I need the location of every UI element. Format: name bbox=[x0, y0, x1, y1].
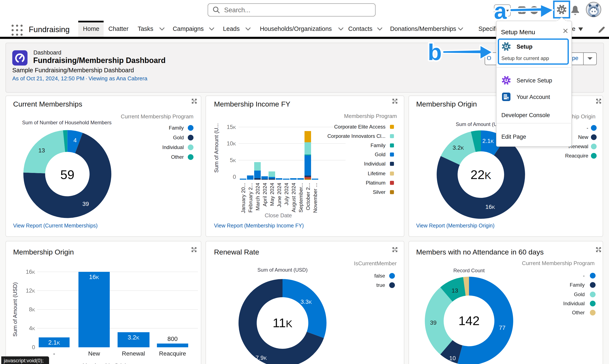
svg-text:January 20...: January 20... bbox=[240, 183, 246, 213]
svg-text:Reacquire: Reacquire bbox=[159, 350, 186, 357]
svg-text:0: 0 bbox=[32, 344, 35, 350]
svg-text:New: New bbox=[88, 350, 100, 357]
svg-text:Lifetime: Lifetime bbox=[368, 170, 385, 176]
svg-text:Current Membership Program: Current Membership Program bbox=[522, 260, 595, 266]
svg-text:4K: 4K bbox=[29, 325, 35, 331]
svg-text:April 2024: April 2024 bbox=[262, 183, 268, 206]
svg-text:-: - bbox=[53, 350, 55, 357]
svg-text:a: a bbox=[494, 0, 507, 24]
svg-text:Individual: Individual bbox=[563, 300, 585, 306]
svg-text:Individual: Individual bbox=[364, 161, 385, 166]
svg-text:Gold: Gold bbox=[375, 151, 385, 157]
svg-text:September...: September... bbox=[298, 183, 304, 212]
svg-text:Current Memberships: Current Memberships bbox=[13, 100, 82, 108]
svg-text:-: - bbox=[583, 273, 585, 278]
svg-text:b: b bbox=[428, 39, 442, 65]
svg-text:-: - bbox=[587, 125, 588, 130]
svg-text:8K: 8K bbox=[29, 306, 35, 312]
svg-text:Record Count: Record Count bbox=[453, 267, 485, 273]
svg-text:4: 4 bbox=[73, 137, 77, 143]
svg-text:Family: Family bbox=[570, 282, 585, 287]
svg-text:16K: 16K bbox=[485, 203, 495, 210]
svg-text:11K: 11K bbox=[273, 316, 292, 330]
svg-text:true: true bbox=[376, 282, 385, 288]
svg-text:2.1K: 2.1K bbox=[482, 137, 494, 144]
svg-text:Gold: Gold bbox=[173, 134, 184, 140]
svg-text:March 2024: March 2024 bbox=[255, 183, 261, 210]
svg-text:22K: 22K bbox=[471, 168, 491, 182]
svg-text:July 2024: July 2024 bbox=[284, 183, 289, 205]
svg-text:142: 142 bbox=[458, 313, 480, 328]
svg-text:Membership Origin: Membership Origin bbox=[416, 100, 477, 108]
svg-text:800: 800 bbox=[167, 335, 177, 342]
svg-text:39: 39 bbox=[430, 319, 437, 326]
svg-text:Family: Family bbox=[371, 142, 385, 148]
svg-text:3.3K: 3.3K bbox=[301, 298, 312, 305]
svg-text:Sum of Number of Household Mem: Sum of Number of Household Members bbox=[22, 119, 111, 125]
svg-text:Membership Origin: Membership Origin bbox=[13, 248, 74, 256]
svg-text:February 2...: February 2... bbox=[248, 183, 253, 212]
svg-text:October 2...: October 2... bbox=[305, 183, 311, 210]
svg-text:June 2024: June 2024 bbox=[276, 183, 282, 207]
svg-text:August 2024: August 2024 bbox=[291, 183, 296, 212]
svg-text:New: New bbox=[578, 134, 588, 140]
svg-text:Renewal: Renewal bbox=[122, 350, 145, 357]
svg-text:May 2024: May 2024 bbox=[269, 183, 275, 206]
svg-text:Members with no Attendance in: Members with no Attendance in 60 days bbox=[416, 248, 544, 256]
svg-text:Corporate Innovators Cl...: Corporate Innovators Cl... bbox=[327, 133, 385, 139]
svg-text:13: 13 bbox=[451, 287, 458, 294]
svg-text:77: 77 bbox=[499, 324, 505, 331]
svg-text:Membership Origin: Membership Origin bbox=[82, 362, 129, 364]
svg-text:Platinum: Platinum bbox=[366, 180, 385, 185]
svg-text:59: 59 bbox=[60, 168, 74, 182]
svg-text:3.2K: 3.2K bbox=[452, 144, 464, 151]
svg-text:10K: 10K bbox=[227, 140, 236, 146]
svg-text:Sum of Amount (U...: Sum of Amount (U... bbox=[213, 123, 220, 172]
svg-text:View Report (Current Membershi: View Report (Current Memberships) bbox=[13, 222, 97, 228]
svg-text:Sum of Amount (USD): Sum of Amount (USD) bbox=[257, 267, 307, 273]
svg-text:16K: 16K bbox=[26, 268, 35, 275]
svg-text:15K: 15K bbox=[227, 124, 236, 130]
svg-text:Close Date: Close Date bbox=[265, 212, 292, 218]
svg-text:Corporate Elite Access: Corporate Elite Access bbox=[334, 124, 385, 129]
svg-text:Membership Program: Membership Program bbox=[344, 113, 397, 119]
svg-text:7.9K: 7.9K bbox=[255, 354, 267, 361]
svg-text:Sum of Amount (USD): Sum of Amount (USD) bbox=[12, 282, 18, 336]
svg-text:12K: 12K bbox=[26, 287, 35, 294]
svg-text:Other: Other bbox=[572, 310, 585, 315]
svg-text:13: 13 bbox=[38, 147, 45, 154]
svg-text:0: 0 bbox=[233, 174, 236, 180]
svg-text:Other: Other bbox=[171, 154, 184, 160]
svg-text:5K: 5K bbox=[230, 157, 236, 163]
svg-text:IsCurrentMember: IsCurrentMember bbox=[354, 260, 397, 266]
svg-text:false: false bbox=[374, 273, 385, 278]
svg-text:Silver: Silver bbox=[373, 189, 385, 195]
svg-text:Current Membership Program: Current Membership Program bbox=[120, 113, 193, 119]
svg-text:View Report (Membership Origin: View Report (Membership Origin) bbox=[416, 222, 495, 228]
svg-text:Family: Family bbox=[169, 125, 184, 130]
svg-text:Renewal Rate: Renewal Rate bbox=[214, 248, 259, 256]
svg-text:Membership Income FY: Membership Income FY bbox=[214, 100, 290, 108]
svg-text:Gold: Gold bbox=[574, 291, 585, 297]
svg-text:Reacquire: Reacquire bbox=[565, 153, 588, 158]
svg-text:Individual: Individual bbox=[162, 144, 184, 150]
svg-text:39: 39 bbox=[82, 200, 89, 207]
svg-text:November ...: November ... bbox=[312, 183, 318, 213]
svg-text:10: 10 bbox=[449, 355, 456, 361]
svg-text:View Report (Membership Income: View Report (Membership Income FY) bbox=[214, 222, 304, 228]
